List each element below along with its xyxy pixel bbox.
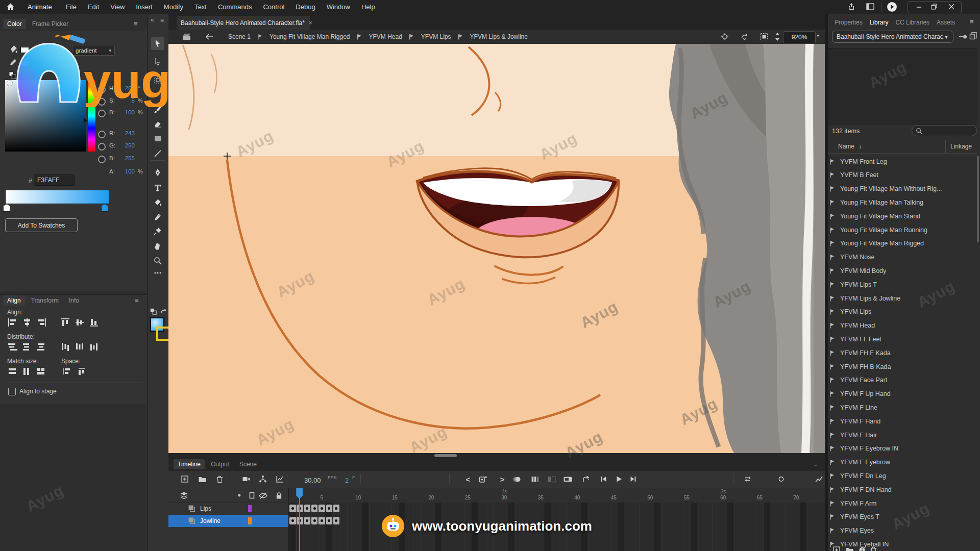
lock-column-icon[interactable] <box>274 491 284 500</box>
library-item[interactable]: Young Fit Village Man Rigged <box>829 237 976 251</box>
keyframe-cell[interactable] <box>318 505 325 512</box>
sort-arrow-icon[interactable]: ↓ <box>859 143 862 150</box>
paint-bucket-tool[interactable] <box>151 196 164 209</box>
color-channel-radio[interactable] <box>98 156 106 163</box>
library-item[interactable]: YFVM F DN Hand <box>829 483 976 496</box>
distribute-top-button[interactable] <box>7 342 18 352</box>
color-tab-frame-picker[interactable]: Frame Picker <box>28 19 72 29</box>
keyframe-cell[interactable] <box>333 517 340 524</box>
panel-tab-library[interactable]: Library <box>866 17 892 28</box>
menu-help[interactable]: Help <box>356 3 381 11</box>
match-width-button[interactable] <box>7 366 18 377</box>
hex-input[interactable] <box>34 174 75 186</box>
frame-chart-button[interactable] <box>813 473 825 485</box>
back-arrow-icon[interactable] <box>205 34 213 40</box>
color-panel-menu-icon[interactable]: ≡ <box>134 20 138 28</box>
onion-marker-button[interactable] <box>775 473 787 485</box>
library-item[interactable]: YFVM F Up Hand <box>829 387 976 401</box>
keyframe-cell[interactable] <box>311 505 318 512</box>
stage[interactable] <box>168 44 825 453</box>
auto-keyframe-button[interactable] <box>477 473 489 485</box>
keyframe-cell[interactable] <box>289 517 296 524</box>
stroke-pencil-icon[interactable] <box>9 58 17 66</box>
home-icon[interactable] <box>6 3 15 11</box>
menu-insert[interactable]: Insert <box>130 3 158 11</box>
keyframe-cell[interactable] <box>326 517 333 524</box>
library-item[interactable]: YFVM F Hair <box>829 428 976 442</box>
distribute-center-button[interactable] <box>75 342 86 352</box>
column-divider[interactable] <box>945 140 946 153</box>
rotation-tool-icon[interactable] <box>740 33 749 41</box>
library-doc-select[interactable]: Baahubali-Style Hero Animated Charac... … <box>832 31 953 43</box>
library-item[interactable]: YFVM FH F Kada <box>829 346 976 360</box>
test-movie-icon[interactable] <box>887 2 897 12</box>
play-button[interactable] <box>612 473 625 485</box>
dot-column-icon[interactable] <box>234 491 244 500</box>
zoom-tool[interactable] <box>151 254 164 267</box>
add-to-swatches-button[interactable]: Add To Swatches <box>5 218 78 232</box>
library-item[interactable]: YFVM F Eyebrow <box>829 456 976 469</box>
library-item[interactable]: YFVM FL Feet <box>829 332 976 346</box>
align-panel-menu-icon[interactable]: ≡ <box>135 296 139 304</box>
brush-tool[interactable] <box>151 103 164 116</box>
layers-panel-icon[interactable] <box>179 491 189 500</box>
align-top-button[interactable] <box>60 317 71 328</box>
align-bottom-button[interactable] <box>89 317 100 328</box>
text-tool[interactable] <box>151 181 164 194</box>
keyframe-cell[interactable] <box>289 505 296 512</box>
library-item[interactable]: YFVM Head <box>829 319 976 333</box>
clip-content-icon[interactable] <box>760 33 768 41</box>
step-back-button[interactable] <box>597 473 609 485</box>
fps-value[interactable]: 30.00 <box>304 477 321 484</box>
zoom-stepper-icon[interactable] <box>775 32 780 41</box>
timeline-menu-icon[interactable]: ≡ <box>814 460 818 468</box>
layer-row-jowline[interactable]: Jowline <box>168 515 289 527</box>
layer-parenting-button[interactable] <box>257 473 269 485</box>
library-search-box[interactable] <box>912 125 977 136</box>
stage-hscrollbar-thumb[interactable] <box>434 454 457 457</box>
library-item-properties-button[interactable] <box>857 546 867 551</box>
keyframe-cell[interactable] <box>333 505 340 512</box>
column-linkage[interactable]: Linkage <box>950 143 972 150</box>
library-item[interactable]: Young Fit Village Man Stand <box>829 209 976 223</box>
color-channel-radio[interactable] <box>98 86 106 93</box>
color-sb-indicator[interactable] <box>7 81 12 86</box>
library-item[interactable]: YFVM Face Part <box>829 373 976 387</box>
color-channel-value[interactable]: 250 <box>118 142 135 148</box>
keyframe-cell[interactable] <box>304 505 311 512</box>
color-channel-value[interactable]: 100 <box>118 168 135 174</box>
graph-editor-button[interactable] <box>274 473 286 485</box>
keyframe-cell[interactable] <box>318 517 325 524</box>
current-frame-value[interactable]: 2 <box>345 477 349 484</box>
layer-outline-color[interactable] <box>248 505 252 512</box>
color-channel-value[interactable]: 205 <box>118 85 135 91</box>
library-new-folder-button[interactable] <box>845 546 854 551</box>
library-item[interactable]: Young Fit Village Man Without Rig... <box>829 182 976 196</box>
share-icon[interactable] <box>847 3 855 11</box>
line-tool[interactable] <box>151 147 164 160</box>
space-horizontal-button[interactable] <box>77 366 88 377</box>
color-tab-color[interactable]: Color <box>3 19 26 29</box>
breadcrumb-item[interactable]: Young Fit Village Man Rigged <box>270 33 350 40</box>
previous-keyframe-button[interactable]: < <box>462 473 474 485</box>
library-scrollbar-thumb[interactable] <box>977 156 979 242</box>
align-tab-transform[interactable]: Transform <box>27 295 63 306</box>
free-transform-tool[interactable] <box>151 73 164 87</box>
library-delete-item-button[interactable] <box>869 546 878 551</box>
snap-rotate-icon[interactable] <box>160 308 167 315</box>
onion-skin-outlines-button[interactable] <box>529 473 541 485</box>
edit-symbols-icon[interactable] <box>183 33 191 40</box>
color-channel-radio[interactable] <box>98 110 106 117</box>
align-center-h-button[interactable] <box>21 317 33 328</box>
library-item[interactable]: Young Fit Village Man Talking <box>829 195 976 209</box>
color-channel-value[interactable]: 255 <box>118 155 135 161</box>
loop-button[interactable] <box>580 473 592 485</box>
panel-tab-assets[interactable]: Assets <box>933 17 959 28</box>
keyframe-cell[interactable] <box>311 517 318 524</box>
new-folder-button[interactable] <box>196 473 208 485</box>
edit-multiple-frames-button[interactable] <box>545 473 557 485</box>
timeline-ruler[interactable]: 5101520253035404550556065701s2s <box>289 488 825 503</box>
library-item[interactable]: Young Fit Village Man Running <box>829 223 976 237</box>
panel-tab-cc-libraries[interactable]: CC Libraries <box>892 17 933 28</box>
keyframe-cell[interactable] <box>304 517 311 524</box>
